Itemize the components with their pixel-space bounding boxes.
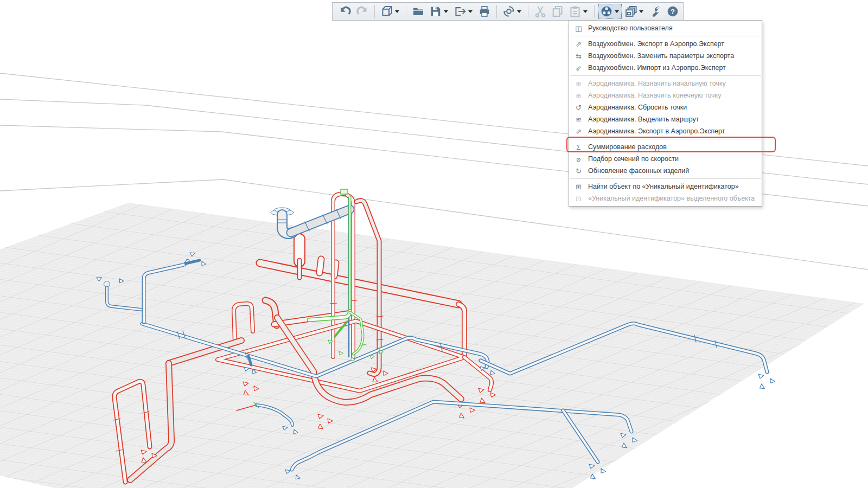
toolbar-icon	[381, 5, 393, 17]
menu-item-label: Воздухообмен. Экспорт в Аэропро.Эксперт	[588, 40, 724, 48]
menu-item-air-replace-params[interactable]: ⇆ Воздухообмен. Заменить параметры экспо…	[569, 50, 762, 62]
toolbar-icon	[412, 5, 424, 17]
menu-item-find-by-guid[interactable]: ⊞ Найти объект по «Уникальный идентифика…	[569, 181, 762, 192]
menu-item-icon: ◫	[574, 24, 583, 33]
menu-item-update-fittings[interactable]: ↻ Обновление фасонных изделий	[569, 165, 762, 177]
menu-item-icon: ⊕	[574, 80, 583, 88]
separator	[374, 5, 375, 18]
menu-item-label: Воздухообмен. Импорт из Аэропро.Эксперт	[588, 64, 726, 72]
toolbar-icon	[478, 5, 490, 17]
toolbar-button-undo[interactable]	[337, 4, 353, 19]
toolbar-icon	[569, 5, 581, 17]
aero-tools-dropdown-menu: ◫ Руководство пользователя ⇗ Воздухообме…	[569, 20, 762, 207]
menu-item-label: Аэродинамика. Назначить конечную точку	[588, 92, 721, 99]
toolbar-icon	[667, 5, 679, 17]
menu-item-icon: ≋	[574, 115, 583, 124]
menu-item-icon: ↺	[574, 104, 583, 112]
toolbar-icon	[601, 5, 612, 17]
menu-item-icon: ⌀	[574, 155, 583, 163]
menu-item-label: Аэродинамика. Назначить начальную точку	[588, 80, 726, 87]
menu-item-air-export[interactable]: ⇗ Воздухообмен. Экспорт в Аэропро.Экспер…	[569, 38, 762, 50]
separator	[594, 5, 595, 18]
separator	[496, 5, 497, 18]
separator	[570, 139, 761, 139]
toolbar-button-sync[interactable]	[501, 4, 524, 19]
toolbar-button-windows[interactable]	[623, 4, 646, 19]
dropdown-arrow-icon[interactable]	[395, 10, 399, 13]
menu-item-flow-summation[interactable]: Σ Суммирование расходов	[569, 141, 762, 153]
menu-item-label: Руководство пользователя	[588, 24, 673, 32]
toolbar-button-save[interactable]	[427, 4, 451, 19]
toolbar-icon	[356, 5, 368, 17]
menu-item-label: Воздухообмен. Заменить параметры экспорт…	[588, 52, 734, 60]
menu-item-label: Аэродинамика. Сбросить точки	[588, 104, 687, 111]
separator	[570, 36, 761, 36]
menu-item-aero-select-route[interactable]: ≋ Аэродинамика. Выделить маршрут	[569, 113, 762, 125]
toolbar-button-export[interactable]	[452, 4, 475, 19]
separator	[570, 178, 761, 179]
menu-item-air-import[interactable]: ⇙ Воздухообмен. Импорт из Аэропро.Экспер…	[569, 62, 762, 74]
menu-item-icon: ⇙	[574, 64, 583, 72]
toolbar-icon	[339, 5, 351, 17]
toolbar-button-help[interactable]	[665, 4, 681, 19]
separator	[570, 75, 761, 76]
menu-item-section-by-speed[interactable]: ⌀ Подбор сечений по скорости	[569, 153, 762, 165]
toolbar-icon	[534, 5, 546, 17]
menu-item-icon: ⊞	[574, 183, 583, 191]
menu-item-icon: ⇗	[574, 40, 583, 48]
dropdown-arrow-icon[interactable]	[639, 10, 643, 13]
dropdown-arrow-icon[interactable]	[517, 10, 521, 13]
toolbar-icon	[552, 5, 564, 17]
menu-item-icon: ↻	[574, 167, 583, 175]
toolbar-icon	[454, 5, 466, 17]
separator	[528, 5, 528, 18]
menu-item-label: Подбор сечений по скорости	[588, 155, 679, 163]
main-toolbar	[332, 2, 684, 21]
toolbar-button-paste[interactable]	[567, 4, 590, 19]
menu-item-label: Обновление фасонных изделий	[588, 167, 689, 175]
menu-item-label: Суммирование расходов	[588, 143, 667, 151]
toolbar-button-aero-tools[interactable]	[598, 4, 622, 19]
separator	[406, 5, 406, 18]
menu-item-icon: ⇆	[574, 52, 583, 60]
toolbar-button-view-3d[interactable]	[379, 4, 402, 19]
menu-item-label: Аэродинамика. Выделить маршрут	[588, 115, 699, 123]
dropdown-arrow-icon[interactable]	[615, 10, 619, 13]
toolbar-button-redo[interactable]	[354, 4, 371, 19]
menu-item-aero-start-point[interactable]: ⊕ Аэродинамика. Назначить начальную точк…	[569, 78, 762, 89]
dropdown-arrow-icon[interactable]	[444, 10, 448, 13]
menu-item-icon: Σ	[574, 143, 583, 151]
toolbar-icon	[649, 5, 661, 17]
menu-item-label: Найти объект по «Уникальный идентификато…	[588, 183, 739, 190]
dropdown-arrow-icon[interactable]	[468, 10, 473, 13]
menu-item-aero-export[interactable]: ⇗ Аэродинамика. Экспорт в Аэропро.Экспер…	[569, 125, 762, 137]
menu-item-icon: ⊕	[574, 92, 583, 100]
toolbar-icon	[503, 5, 515, 17]
menu-item-label: Аэродинамика. Экспорт в Аэропро.Эксперт	[588, 127, 725, 135]
toolbar-button-cut[interactable]	[532, 4, 548, 19]
toolbar-button-print[interactable]	[476, 4, 493, 19]
toolbar-button-copy[interactable]	[550, 4, 566, 19]
menu-item-guid-of-selected[interactable]: ⊡ «Уникальный идентификатор» выделенного…	[569, 192, 762, 204]
toolbar-button-open[interactable]	[410, 4, 426, 19]
menu-item-icon: ⇗	[574, 127, 583, 136]
menu-item-aero-reset-points[interactable]: ↺ Аэродинамика. Сбросить точки	[569, 101, 762, 113]
toolbar-icon	[625, 5, 637, 17]
toolbar-button-settings[interactable]	[647, 4, 663, 19]
menu-item-icon: ⊡	[574, 195, 583, 203]
app-window: ?	[0, 0, 868, 488]
menu-item-user-guide[interactable]: ◫ Руководство пользователя	[569, 22, 762, 34]
menu-item-label: «Уникальный идентификатор» выделенного о…	[588, 195, 755, 202]
toolbar-icon	[430, 5, 442, 17]
dropdown-arrow-icon[interactable]	[583, 10, 588, 13]
menu-item-aero-end-point[interactable]: ⊕ Аэродинамика. Назначить конечную точку	[569, 89, 762, 101]
